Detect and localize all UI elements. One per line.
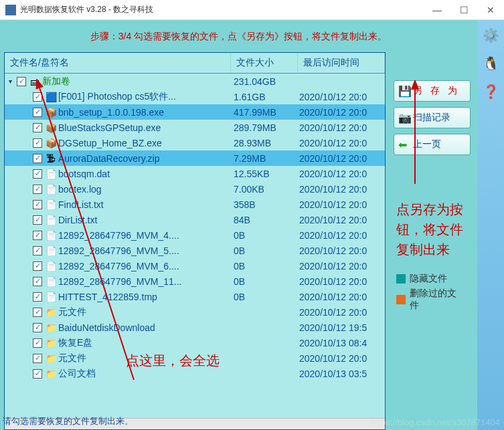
row-checkbox[interactable]: ✓: [33, 169, 42, 179]
qq-icon[interactable]: 🐧: [481, 53, 501, 74]
select-all-checkbox[interactable]: ✓: [17, 77, 26, 86]
file-icon: 📁: [45, 307, 57, 318]
root-size: 231.04GB: [234, 76, 299, 87]
file-row[interactable]: ✓🟦[F001] Photoshop cs5软件...1.61GB2020/10…: [5, 89, 385, 104]
file-icon: 📄: [45, 276, 57, 287]
file-time: 2020/10/12 20:0: [299, 153, 385, 164]
maximize-button[interactable]: ☐: [450, 0, 477, 20]
row-checkbox[interactable]: ✓: [33, 369, 42, 379]
col-name-header[interactable]: 文件名/盘符名: [5, 53, 231, 73]
file-name: HITTEST_4122859.tmp: [58, 292, 234, 302]
file-name: FindList.txt: [58, 199, 234, 210]
file-size: 12.55KB: [234, 169, 299, 179]
row-checkbox[interactable]: ✓: [33, 215, 42, 225]
file-name: BaiduNetdiskDownload: [58, 322, 234, 333]
save-icon: 💾: [398, 85, 413, 98]
file-time: 2020/10/12 20:0: [299, 245, 385, 256]
root-row[interactable]: ▾ ✓ 🖴 新加卷 231.04GB: [5, 74, 385, 89]
file-size: 0B: [234, 230, 299, 241]
file-name: AuroraDataRecovery.zip: [58, 153, 234, 164]
file-time: 2020/10/12 20:0: [299, 107, 385, 118]
file-size: 417.99MB: [234, 107, 299, 118]
file-row[interactable]: ✓📄12892_28647796_MVM_11...0B2020/10/12 2…: [5, 274, 385, 289]
file-name: bootex.log: [58, 184, 234, 195]
file-name: 12892_28647796_MVM_4....: [58, 230, 234, 241]
row-checkbox[interactable]: ✓: [33, 338, 42, 348]
file-size: 358B: [234, 199, 299, 210]
row-checkbox[interactable]: ✓: [33, 185, 42, 194]
file-row[interactable]: ✓📦DGSetup_Home_BZ.exe28.93MB2020/10/12 2…: [5, 135, 385, 150]
file-icon: 📄: [45, 230, 57, 241]
file-name: 12892_28647796_MVM_11...: [58, 276, 234, 287]
file-row[interactable]: ✓📄DirList.txt84B2020/10/12 20:0: [5, 212, 385, 227]
select-all-annotation: 点这里，会全选: [126, 352, 220, 370]
settings-icon[interactable]: ⚙️: [481, 25, 501, 45]
row-checkbox[interactable]: ✓: [33, 108, 42, 117]
row-checkbox[interactable]: ✓: [33, 92, 42, 102]
step-instruction: 步骤：3/4 勾选需要恢复的文件，点《另存为》按钮，将文件复制出来。: [4, 24, 473, 52]
file-row[interactable]: ✓📄12892_28647796_MVM_4....0B2020/10/12 2…: [5, 227, 385, 243]
file-time: 2020/10/12 20:0: [299, 169, 385, 179]
row-checkbox[interactable]: ✓: [33, 354, 42, 363]
file-name: DGSetup_Home_BZ.exe: [58, 138, 234, 148]
file-icon: 📄: [45, 261, 57, 272]
save-annotation: 点另存为按钮，将文件复制出来: [396, 199, 465, 259]
file-name: bootsqm.dat: [58, 169, 234, 179]
legend-square-icon: [396, 295, 406, 304]
file-row[interactable]: ✓🗜AuroraDataRecovery.zip7.29MB2020/10/12…: [5, 150, 385, 166]
row-checkbox[interactable]: ✓: [33, 231, 42, 240]
prev-page-button[interactable]: ⬅ 上一页: [394, 134, 471, 155]
file-time: 2020/10/12 20:0: [299, 138, 385, 148]
col-size-header[interactable]: 文件大小: [231, 53, 298, 73]
row-checkbox[interactable]: ✓: [33, 323, 42, 332]
row-checkbox[interactable]: ✓: [33, 138, 42, 148]
minimize-button[interactable]: —: [424, 0, 450, 20]
row-checkbox[interactable]: ✓: [33, 200, 42, 209]
file-size: 7.29MB: [234, 153, 299, 164]
file-time: 2020/10/12 19:5: [299, 322, 385, 333]
file-name: DirList.txt: [58, 215, 234, 225]
row-checkbox[interactable]: ✓: [33, 123, 42, 132]
app-icon: [5, 5, 16, 15]
col-time-header[interactable]: 最后访问时间: [298, 53, 385, 73]
scan-log-button[interactable]: 📷 扫描记录: [394, 107, 471, 128]
file-row[interactable]: ✓📄FindList.txt358B2020/10/12 20:0: [5, 197, 385, 212]
file-row[interactable]: ✓📄12892_28647796_MVM_5....0B2020/10/12 2…: [5, 243, 385, 258]
back-icon: ⬅: [398, 138, 413, 151]
row-checkbox[interactable]: ✓: [33, 308, 42, 317]
file-time: 2020/10/12 20:0: [299, 261, 385, 272]
file-row[interactable]: ✓📄bootsqm.dat12.55KB2020/10/12 20:0: [5, 166, 385, 181]
expand-icon[interactable]: ▾: [9, 78, 17, 85]
row-checkbox[interactable]: ✓: [33, 261, 42, 271]
file-row[interactable]: ✓📦BlueStacksGPSetup.exe289.79MB2020/10/1…: [5, 120, 385, 135]
row-checkbox[interactable]: ✓: [33, 154, 42, 163]
file-name: 12892_28647796_MVM_5....: [58, 245, 234, 256]
help-icon[interactable]: ❓: [481, 82, 501, 102]
right-pane: 💾 另 存 为 📷 扫描记录 ⬅ 上一页 点另存为按钮，将文件复制出来 隐藏文件…: [390, 52, 473, 430]
file-row[interactable]: ✓📄HITTEST_4122859.tmp0B2020/10/12 20:0: [5, 289, 385, 304]
row-checkbox[interactable]: ✓: [33, 292, 42, 302]
file-row[interactable]: ✓📦bnb_setup_1.0.0.198.exe417.99MB2020/10…: [5, 104, 385, 120]
file-row[interactable]: ✓📁恢复E盘2020/10/13 08:4: [5, 335, 385, 350]
file-list-panel: 文件名/盘符名 文件大小 最后访问时间 ▾ ✓ 🖴 新加卷 231.04GB ✓…: [4, 52, 386, 430]
file-row[interactable]: ✓📁元文件2020/10/12 20:0: [5, 304, 385, 320]
close-button[interactable]: ✕: [477, 0, 504, 20]
file-icon: 📦: [45, 107, 57, 118]
file-row[interactable]: ✓📄12892_28647796_MVM_6....0B2020/10/12 2…: [5, 258, 385, 274]
file-icon: 🗜: [45, 153, 57, 164]
file-icon: 📄: [45, 169, 57, 179]
file-icon: 📦: [45, 122, 57, 133]
file-size: 7.00KB: [234, 184, 299, 195]
file-row[interactable]: ✓📁BaiduNetdiskDownload2020/10/12 19:5: [5, 320, 385, 335]
file-row[interactable]: ✓📄bootex.log7.00KB2020/10/12 20:0: [5, 181, 385, 197]
file-size: 28.93MB: [234, 138, 299, 148]
save-as-button[interactable]: 💾 另 存 为: [394, 80, 471, 102]
file-time: 2020/10/12 20:0: [299, 276, 385, 287]
titlebar: 光明数据恢复软件 v3.28 - 数之寻科技 — ☐ ✕: [0, 0, 504, 20]
file-time: 2020/10/12 20:0: [299, 353, 385, 364]
file-time: 2020/10/13 08:4: [299, 338, 385, 348]
row-checkbox[interactable]: ✓: [33, 277, 42, 286]
row-checkbox[interactable]: ✓: [33, 246, 42, 255]
file-icon: 📄: [45, 199, 57, 210]
file-name: 恢复E盘: [58, 337, 234, 349]
